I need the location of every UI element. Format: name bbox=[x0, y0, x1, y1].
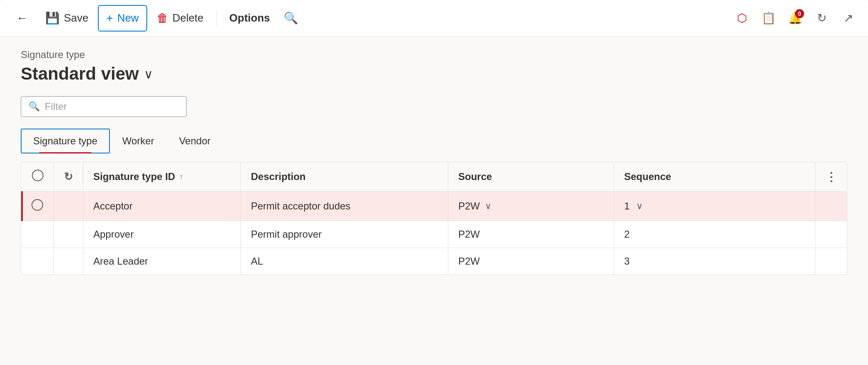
tab-vendor-label: Vendor bbox=[179, 135, 211, 146]
search-icon: 🔍 bbox=[284, 11, 298, 25]
filter-search-icon: 🔍 bbox=[29, 101, 40, 112]
tab-vendor[interactable]: Vendor bbox=[167, 129, 223, 153]
row-sig-type-id-cell: Area Leader bbox=[83, 248, 241, 275]
description-value: Permit acceptor dudes bbox=[251, 200, 350, 212]
toolbar-right-actions: ⬡ 📋 🔔 0 ↻ ↗ bbox=[730, 7, 860, 30]
filter-container: 🔍 bbox=[21, 96, 847, 117]
row-description-cell: AL bbox=[241, 248, 448, 275]
data-table: ↻ Signature type ID ↑ Description bbox=[21, 162, 847, 275]
sig-type-id-value: Acceptor bbox=[93, 200, 133, 212]
row-more-cell bbox=[815, 221, 847, 248]
source-value: P2W bbox=[458, 256, 480, 267]
tab-signature-type[interactable]: Signature type bbox=[21, 129, 110, 153]
sig-type-id-value: Area Leader bbox=[93, 256, 148, 267]
col-header-description: Description bbox=[241, 162, 448, 192]
more-options-icon[interactable]: ⋮ bbox=[825, 170, 837, 183]
back-icon: ← bbox=[16, 12, 28, 25]
data-table-container: ↻ Signature type ID ↑ Description bbox=[21, 162, 847, 275]
save-button[interactable]: 💾 Save bbox=[37, 5, 96, 32]
new-button[interactable]: + New bbox=[98, 5, 147, 32]
select-all-checkbox[interactable] bbox=[32, 170, 44, 181]
col-header-more: ⋮ bbox=[815, 162, 847, 192]
row-source-cell: P2W bbox=[448, 248, 614, 275]
col-header-sig-type-id: Signature type ID ↑ bbox=[83, 162, 241, 192]
toolbar-divider bbox=[216, 10, 217, 27]
save-label: Save bbox=[64, 12, 88, 24]
filter-input[interactable] bbox=[45, 101, 179, 112]
view-dropdown-icon[interactable]: ∨ bbox=[144, 67, 153, 81]
filter-wrapper: 🔍 bbox=[21, 96, 187, 117]
row-source-cell: P2W bbox=[448, 221, 614, 248]
table-row: Area Leader AL P2W 3 bbox=[22, 248, 847, 275]
search-button[interactable]: 🔍 bbox=[279, 7, 302, 30]
col-refresh-icon[interactable]: ↻ bbox=[64, 170, 73, 183]
tab-worker-label: Worker bbox=[122, 135, 154, 146]
col-description-label: Description bbox=[251, 171, 306, 182]
row-refresh-cell bbox=[54, 248, 83, 275]
options-button[interactable]: Options bbox=[222, 5, 277, 32]
col-source-label: Source bbox=[458, 171, 492, 182]
bookmark-icon: 📋 bbox=[761, 11, 776, 25]
row-select-cell bbox=[22, 192, 54, 221]
row-more-cell bbox=[815, 248, 847, 275]
delete-label: Delete bbox=[173, 12, 204, 24]
row-radio-button[interactable] bbox=[32, 199, 43, 211]
delete-button[interactable]: 🗑 Delete bbox=[149, 5, 212, 32]
toolbar: ← 💾 Save + New 🗑 Delete Options 🔍 ⬡ bbox=[0, 0, 868, 36]
main-content: Signature type Standard view ∨ 🔍 Signatu… bbox=[0, 36, 868, 365]
diamond-button[interactable]: ⬡ bbox=[730, 7, 754, 30]
row-sequence-cell: 2 bbox=[614, 221, 815, 248]
col-sig-type-id-label: Signature type ID bbox=[93, 171, 175, 182]
tab-worker[interactable]: Worker bbox=[110, 129, 167, 153]
source-dropdown-icon[interactable]: ∨ bbox=[485, 201, 491, 212]
new-label: New bbox=[117, 12, 139, 24]
export-button[interactable]: ↗ bbox=[836, 7, 860, 30]
row-sig-type-id-cell: Acceptor bbox=[83, 192, 241, 221]
row-more-cell bbox=[815, 192, 847, 221]
tab-signature-type-label: Signature type bbox=[33, 135, 97, 146]
col-header-select bbox=[22, 162, 54, 192]
row-description-cell: Permit approver bbox=[241, 221, 448, 248]
row-sequence-cell: 3 bbox=[614, 248, 815, 275]
new-icon: + bbox=[106, 12, 113, 25]
col-header-refresh: ↻ bbox=[54, 162, 83, 192]
options-label: Options bbox=[229, 12, 270, 24]
sig-type-id-value: Approver bbox=[93, 229, 134, 240]
sequence-value: 3 bbox=[624, 256, 630, 267]
app-container: ← 💾 Save + New 🗑 Delete Options 🔍 ⬡ bbox=[0, 0, 868, 365]
row-source-cell: P2W ∨ bbox=[448, 192, 614, 221]
row-description-cell: Permit acceptor dudes bbox=[241, 192, 448, 221]
row-refresh-cell bbox=[54, 192, 83, 221]
row-refresh-cell bbox=[54, 221, 83, 248]
sequence-value: 2 bbox=[624, 229, 630, 240]
save-icon: 💾 bbox=[45, 11, 60, 25]
table-header-row: ↻ Signature type ID ↑ Description bbox=[22, 162, 847, 192]
row-sig-type-id-cell: Approver bbox=[83, 221, 241, 248]
page-subtitle: Signature type bbox=[21, 49, 847, 61]
row-sequence-cell: 1 ∨ bbox=[614, 192, 815, 221]
sequence-value: 1 bbox=[624, 200, 630, 212]
sort-asc-icon[interactable]: ↑ bbox=[179, 173, 183, 181]
export-icon: ↗ bbox=[844, 11, 853, 25]
source-value: P2W bbox=[458, 200, 480, 212]
page-title: Standard view bbox=[21, 64, 139, 84]
description-value: Permit approver bbox=[251, 229, 322, 240]
bookmark-button[interactable]: 📋 bbox=[757, 7, 780, 30]
notification-badge: 0 bbox=[795, 9, 804, 18]
notification-button[interactable]: 🔔 0 bbox=[783, 7, 807, 30]
row-select-cell bbox=[22, 248, 54, 275]
page-title-row: Standard view ∨ bbox=[21, 64, 847, 84]
back-button[interactable]: ← bbox=[8, 5, 36, 32]
delete-icon: 🗑 bbox=[157, 11, 168, 25]
refresh-button[interactable]: ↻ bbox=[810, 7, 833, 30]
refresh-icon: ↻ bbox=[817, 11, 827, 25]
table-row: Approver Permit approver P2W 2 bbox=[22, 221, 847, 248]
description-value: AL bbox=[251, 256, 263, 267]
sequence-dropdown-icon[interactable]: ∨ bbox=[636, 201, 643, 212]
diamond-icon: ⬡ bbox=[737, 11, 747, 25]
col-header-sequence: Sequence bbox=[614, 162, 815, 192]
col-header-source: Source bbox=[448, 162, 614, 192]
table-row: Acceptor Permit acceptor dudes P2W ∨ bbox=[22, 192, 847, 221]
tabs-container: Signature type Worker Vendor bbox=[21, 129, 847, 153]
row-select-cell bbox=[22, 221, 54, 248]
